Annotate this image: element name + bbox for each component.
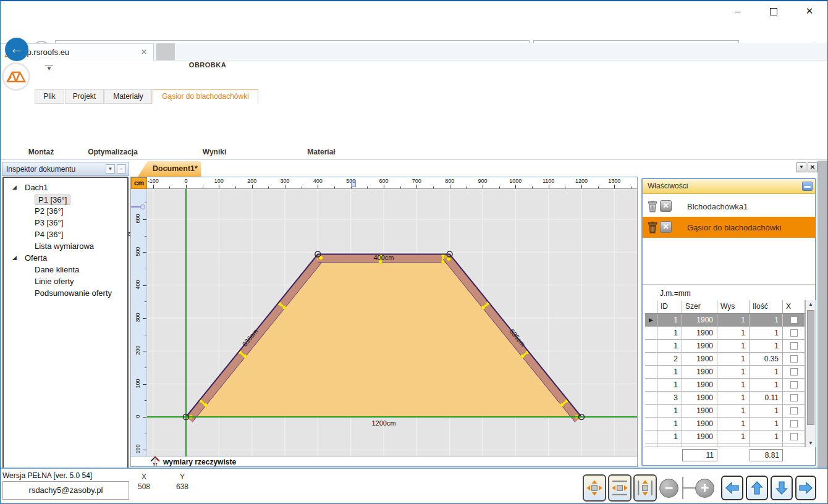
table-cell[interactable]: 1	[750, 314, 783, 326]
remove-x-icon[interactable]: ✕	[660, 200, 672, 212]
tree-item[interactable]: ◢Dach1	[4, 183, 127, 194]
table-cell[interactable]: 1	[717, 353, 750, 365]
window-close-button[interactable]: ✕	[799, 4, 820, 19]
row-selector-cell[interactable]	[645, 392, 657, 404]
table-cell[interactable]: 3	[657, 392, 682, 404]
table-cell[interactable]: 1	[657, 418, 682, 430]
row-checkbox[interactable]	[790, 433, 798, 440]
tree-item[interactable]: P3 [36°]	[4, 218, 127, 229]
table-cell[interactable]: 1	[717, 314, 750, 326]
document-close-button[interactable]: ✕	[808, 162, 817, 172]
row-checkbox[interactable]	[790, 420, 798, 427]
checkbox-cell[interactable]	[783, 392, 805, 404]
ribbon-tab-projekt[interactable]: Projekt	[65, 89, 104, 104]
tree-item[interactable]: P2 [36°]	[4, 206, 127, 217]
table-cell[interactable]: 1	[657, 379, 682, 391]
checkbox-cell[interactable]	[783, 340, 805, 352]
table-row[interactable]: 2190010.35	[645, 353, 816, 366]
table-cell[interactable]: 1	[717, 366, 750, 378]
table-row[interactable]: 1190011	[645, 340, 816, 353]
row-checkbox[interactable]	[790, 381, 798, 388]
tab-close-icon[interactable]: ✕	[141, 48, 147, 56]
inspector-menu-button[interactable]: ▼	[106, 164, 115, 174]
row-checkbox[interactable]	[790, 316, 798, 324]
table-cell[interactable]: 1900	[682, 327, 717, 339]
table-cell[interactable]: 1900	[682, 314, 717, 326]
tree-item[interactable]: Dane klienta	[4, 265, 127, 276]
tree-expand-icon[interactable]: ◢	[12, 254, 17, 261]
row-checkbox[interactable]	[790, 355, 798, 363]
row-selector-cell[interactable]	[645, 430, 657, 443]
table-cell[interactable]: 1900	[682, 379, 717, 391]
properties-minimize-button[interactable]: ▬	[802, 182, 813, 191]
table-row[interactable]: 3190010.11	[645, 392, 816, 405]
pan-left-button[interactable]	[721, 476, 743, 500]
table-cell[interactable]: 1	[717, 327, 750, 339]
table-cell[interactable]: 1900	[682, 430, 717, 443]
table-row[interactable]: 1190011	[645, 405, 816, 418]
document-tab[interactable]: Document1*	[138, 161, 201, 177]
pan-down-button[interactable]	[771, 476, 793, 500]
app-logo[interactable]	[2, 62, 30, 91]
zoom-out-button[interactable]: −	[659, 479, 678, 498]
quick-access-caret-icon[interactable]: ▼	[45, 65, 53, 72]
table-cell[interactable]: 1	[717, 405, 750, 417]
table-cell[interactable]: 1900	[682, 366, 717, 378]
table-row[interactable]: 1190011	[645, 327, 816, 340]
table-cell[interactable]: 1	[750, 379, 783, 391]
trash-icon[interactable]	[646, 221, 658, 233]
row-checkbox[interactable]	[790, 329, 798, 337]
checkbox-cell[interactable]	[783, 405, 805, 417]
remove-x-icon[interactable]: ✕	[660, 221, 672, 233]
scrollbar-thumb[interactable]	[807, 310, 814, 425]
checkbox-cell[interactable]	[783, 430, 805, 443]
table-cell[interactable]: 1900	[682, 353, 717, 365]
table-cell[interactable]: 0.11	[750, 392, 783, 404]
pan-up-button[interactable]	[746, 476, 768, 500]
table-scrollbar[interactable]: ▲▼	[805, 300, 816, 447]
table-cell[interactable]: 1	[750, 405, 783, 417]
row-selector-cell[interactable]	[645, 327, 657, 339]
table-cell[interactable]: 1	[657, 327, 682, 339]
table-row[interactable]: ▶1190011	[645, 314, 816, 327]
row-checkbox[interactable]	[790, 368, 798, 376]
pan-right-button[interactable]	[795, 476, 816, 500]
zoom-in-button[interactable]: +	[695, 479, 714, 498]
table-row[interactable]: 1190011	[645, 366, 816, 379]
checkbox-cell[interactable]	[783, 314, 805, 326]
row-selector-cell[interactable]	[645, 418, 657, 430]
table-cell[interactable]: 1	[657, 340, 682, 352]
window-maximize-button[interactable]	[763, 4, 784, 19]
table-cell[interactable]: 1	[657, 366, 682, 378]
roof-canvas[interactable]: 400cm1200cm636cm636cm	[147, 189, 637, 457]
zoom-fit-width-button[interactable]	[608, 474, 632, 502]
scroll-down-icon[interactable]: ▼	[806, 440, 815, 446]
trash-icon[interactable]	[646, 200, 658, 212]
table-row[interactable]: 1190011	[645, 418, 816, 430]
table-header-row[interactable]: IDSzerWysIlośćX	[645, 300, 816, 314]
table-cell[interactable]: 1	[717, 340, 750, 352]
table-cell[interactable]: 1	[717, 379, 750, 391]
tree-item[interactable]: Lista wymiarowa	[4, 242, 127, 253]
table-cell[interactable]: 1	[657, 405, 682, 417]
checkbox-cell[interactable]	[783, 418, 805, 430]
tree-item[interactable]: ◢Oferta	[4, 253, 127, 264]
tree-item[interactable]: P4 [36°]	[4, 230, 127, 241]
row-selector-cell[interactable]	[645, 405, 657, 417]
table-cell[interactable]: 1	[750, 418, 783, 430]
table-cell[interactable]: 1	[750, 327, 783, 339]
material-row-gasior[interactable]: ✕ Gąsior do blachodachówki	[643, 217, 815, 238]
checkbox-cell[interactable]	[783, 327, 805, 339]
zoom-fit-all-button[interactable]	[583, 474, 606, 502]
tree-expand-icon[interactable]: ◢	[12, 184, 17, 190]
table-cell[interactable]: 1	[657, 314, 682, 326]
scroll-up-icon[interactable]: ▲	[806, 301, 815, 307]
row-selector-cell[interactable]: ▶	[645, 314, 657, 326]
table-cell[interactable]: 0.35	[750, 353, 783, 365]
table-cell[interactable]: 1900	[682, 418, 717, 430]
window-minimize-button[interactable]: –	[727, 4, 748, 19]
row-selector-cell[interactable]	[645, 379, 657, 391]
table-cell[interactable]: 1900	[682, 405, 717, 417]
table-cell[interactable]: 1	[717, 392, 750, 404]
ribbon-tab-plik[interactable]: Plik	[35, 89, 64, 104]
